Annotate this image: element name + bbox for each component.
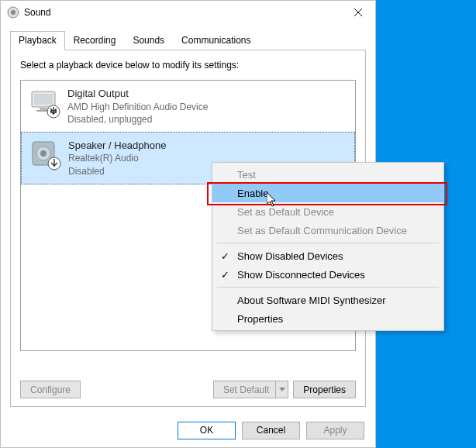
device-name: Speaker / Headphone <box>68 139 166 153</box>
device-name: Digital Output <box>67 87 208 101</box>
ctx-test[interactable]: Test <box>212 165 443 184</box>
configure-button[interactable]: Configure <box>20 381 81 398</box>
device-status: Disabled <box>68 165 166 177</box>
tab-communications[interactable]: Communications <box>173 31 259 50</box>
ctx-separator <box>217 243 439 243</box>
sound-icon <box>7 6 19 19</box>
speaker-icon <box>29 139 62 171</box>
device-driver: Realtek(R) Audio <box>68 152 166 164</box>
tabs: Playback Recording Sounds Communications <box>10 30 366 50</box>
ctx-set-default[interactable]: Set as Default Device <box>212 202 443 221</box>
ok-button[interactable]: OK <box>178 422 236 439</box>
device-status: Disabled, unplugged <box>67 113 208 126</box>
checkmark-icon: ✓ <box>219 250 231 262</box>
ctx-show-disabled-label: Show Disabled Devices <box>237 250 343 262</box>
svg-point-1 <box>11 10 16 15</box>
svg-rect-6 <box>40 108 47 110</box>
ctx-properties[interactable]: Properties <box>212 309 443 328</box>
svg-point-11 <box>40 150 47 157</box>
device-driver: AMD High Definition Audio Device <box>67 101 208 113</box>
set-default-button[interactable]: Set Default <box>213 381 288 398</box>
ctx-enable[interactable]: Enable <box>212 184 443 202</box>
close-icon <box>354 9 362 16</box>
titlebar[interactable]: Sound <box>1 1 375 24</box>
svg-rect-5 <box>34 94 53 105</box>
close-button[interactable] <box>340 1 375 23</box>
tab-sounds[interactable]: Sounds <box>124 31 173 50</box>
properties-button[interactable]: Properties <box>293 381 356 398</box>
tab-recording[interactable]: Recording <box>65 31 125 50</box>
dialog-footer: OK Cancel Apply <box>1 413 375 447</box>
ctx-about-midi[interactable]: About Software MIDI Synthesizer <box>212 291 443 309</box>
tab-playback[interactable]: Playback <box>10 31 65 50</box>
window-title: Sound <box>24 7 51 18</box>
panel-instruction: Select a playback device below to modify… <box>20 60 356 71</box>
panel-buttons: Configure Set Default Properties <box>20 381 356 398</box>
set-default-label: Set Default <box>223 384 269 395</box>
ctx-show-disconnected[interactable]: ✓ Show Disconnected Devices <box>212 265 443 284</box>
ctx-show-disconnected-label: Show Disconnected Devices <box>237 269 365 281</box>
ctx-show-disabled[interactable]: ✓ Show Disabled Devices <box>212 246 443 265</box>
apply-button[interactable]: Apply <box>306 422 364 439</box>
ctx-separator <box>217 287 439 288</box>
device-text: Speaker / Headphone Realtek(R) Audio Dis… <box>68 139 166 177</box>
device-context-menu: Test Enable Set as Default Device Set as… <box>212 162 444 331</box>
checkmark-icon: ✓ <box>219 268 231 281</box>
device-item-digital-output[interactable]: Digital Output AMD High Definition Audio… <box>21 81 355 132</box>
ctx-set-default-comm[interactable]: Set as Default Communication Device <box>212 221 443 240</box>
cancel-button[interactable]: Cancel <box>242 422 300 439</box>
device-text: Digital Output AMD High Definition Audio… <box>67 87 208 126</box>
chevron-down-icon[interactable] <box>275 381 288 398</box>
monitor-icon <box>29 87 61 119</box>
